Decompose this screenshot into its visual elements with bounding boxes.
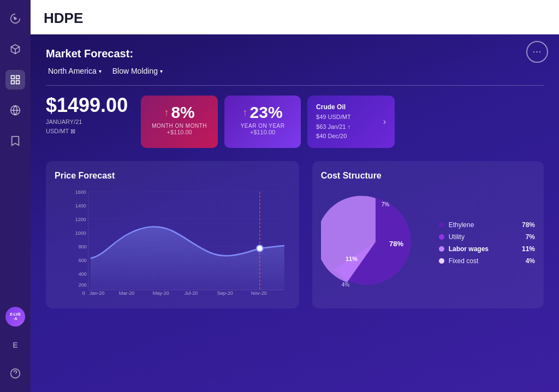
svg-text:1400: 1400 bbox=[75, 203, 86, 209]
crude-jan-price: $63 Jan/21 ↑ bbox=[316, 122, 351, 132]
svg-text:1000: 1000 bbox=[75, 230, 86, 236]
legend-dot-ethylene bbox=[439, 222, 444, 228]
yoy-change: +$110.00 bbox=[235, 129, 290, 135]
content-area: ··· Market Forecast: North America ▾ Blo… bbox=[31, 34, 559, 392]
cost-structure-panel: Cost Structure bbox=[312, 161, 544, 308]
svg-text:Jul-20: Jul-20 bbox=[185, 290, 198, 296]
sidebar-item-bookmark[interactable] bbox=[5, 131, 25, 151]
region-filter[interactable]: North America ▾ bbox=[46, 66, 104, 76]
sidebar-item-grid[interactable] bbox=[5, 70, 25, 90]
app-logo: E·LVE·A bbox=[5, 307, 25, 326]
yoy-label: YEAR ON YEAR bbox=[235, 123, 290, 129]
main-content: HDPE ··· Market Forecast: North America … bbox=[31, 0, 559, 392]
svg-text:400: 400 bbox=[79, 271, 87, 277]
svg-rect-4 bbox=[16, 81, 20, 84]
crude-oil-card[interactable]: Crude Oil $49 USD/MT $63 Jan/21 ↑ $40 De… bbox=[307, 96, 395, 148]
pie-legend: Ethylene 78% Utility 7% Labor wages 11% bbox=[439, 221, 535, 265]
pie-content: 78% 11% 7% 4% Ethylene 78% bbox=[321, 187, 535, 299]
sidebar-item-gauge[interactable] bbox=[5, 9, 25, 28]
sidebar-item-globe[interactable] bbox=[5, 100, 25, 120]
legend-dot-fixed bbox=[439, 258, 444, 264]
price-main: $1499.00 JANUARY/21 USD/MT ⊠ bbox=[46, 96, 128, 135]
application-filter[interactable]: Blow Molding ▾ bbox=[110, 66, 165, 76]
sidebar-item-cube[interactable] bbox=[5, 39, 25, 59]
chevron-right-icon: › bbox=[383, 117, 386, 127]
svg-rect-3 bbox=[11, 81, 15, 84]
chevron-down-icon: ▾ bbox=[99, 68, 102, 74]
svg-text:200: 200 bbox=[79, 282, 87, 288]
svg-text:7%: 7% bbox=[381, 201, 389, 207]
crude-current-price: $49 USD/MT bbox=[316, 112, 351, 122]
sidebar: E·LVE·A E bbox=[0, 0, 31, 392]
up-arrow-icon: ↑ bbox=[243, 107, 248, 118]
legend-fixed: Fixed cost 4% bbox=[439, 257, 535, 265]
sidebar-item-help[interactable] bbox=[5, 364, 25, 383]
svg-text:600: 600 bbox=[79, 258, 87, 263]
svg-rect-1 bbox=[11, 76, 15, 79]
svg-text:78%: 78% bbox=[389, 240, 403, 248]
svg-text:Sep-20: Sep-20 bbox=[217, 290, 233, 296]
mom-change: +$110.00 bbox=[152, 129, 207, 135]
mom-label: MONTH ON MONTH bbox=[152, 123, 207, 129]
filter-row: North America ▾ Blow Molding ▾ bbox=[46, 66, 544, 76]
legend-dot-utility bbox=[439, 234, 444, 240]
svg-text:Jan-20: Jan-20 bbox=[90, 290, 105, 296]
up-arrow-icon: ↑ bbox=[164, 107, 169, 118]
section-divider bbox=[46, 85, 544, 86]
legend-ethylene: Ethylene 78% bbox=[439, 221, 535, 229]
svg-text:1600: 1600 bbox=[75, 189, 86, 195]
chevron-down-icon: ▾ bbox=[160, 68, 163, 74]
svg-text:Nov-20: Nov-20 bbox=[251, 290, 267, 296]
price-display: $1499.00 JANUARY/21 USD/MT ⊠ ↑ 8% MONTH … bbox=[46, 96, 544, 148]
price-forecast-panel: Price Forecast 1600 1400 1200 1000 800 6… bbox=[46, 161, 299, 308]
metric-cards: ↑ 8% MONTH ON MONTH +$110.00 ↑ 23% YEAR … bbox=[141, 96, 395, 148]
svg-rect-2 bbox=[16, 76, 20, 79]
more-button[interactable]: ··· bbox=[526, 41, 548, 63]
svg-text:1200: 1200 bbox=[75, 217, 86, 222]
svg-text:Mar-20: Mar-20 bbox=[119, 290, 135, 296]
price-forecast-chart: 1600 1400 1200 1000 800 600 400 200 0 Ja… bbox=[55, 187, 290, 296]
price-value: $1499.00 bbox=[46, 96, 128, 115]
yoy-card: ↑ 23% YEAR ON YEAR +$110.00 bbox=[224, 96, 301, 148]
svg-text:11%: 11% bbox=[346, 256, 358, 262]
svg-text:800: 800 bbox=[79, 244, 87, 250]
legend-labor: Labor wages 11% bbox=[439, 245, 535, 253]
legend-utility: Utility 7% bbox=[439, 233, 535, 241]
svg-text:0: 0 bbox=[82, 290, 85, 296]
legend-dot-labor bbox=[439, 246, 444, 252]
mom-card: ↑ 8% MONTH ON MONTH +$110.00 bbox=[141, 96, 218, 148]
crude-dec-price: $40 Dec/20 bbox=[316, 132, 351, 141]
price-forecast-title: Price Forecast bbox=[55, 171, 290, 181]
mom-percent: ↑ 8% bbox=[152, 103, 207, 122]
svg-text:4%: 4% bbox=[341, 282, 349, 288]
sidebar-item-e[interactable]: E bbox=[5, 335, 25, 355]
page-header: HDPE bbox=[31, 0, 559, 34]
bottom-section: Price Forecast 1600 1400 1200 1000 800 6… bbox=[46, 161, 544, 308]
svg-point-29 bbox=[257, 245, 263, 252]
pie-chart: 78% 11% 7% 4% bbox=[321, 187, 430, 299]
cost-structure-title: Cost Structure bbox=[321, 171, 535, 181]
svg-text:May-20: May-20 bbox=[153, 290, 169, 296]
market-forecast-title: Market Forecast: bbox=[46, 47, 544, 60]
yoy-percent: ↑ 23% bbox=[235, 103, 290, 122]
crude-title: Crude Oil bbox=[316, 102, 351, 112]
price-date: JANUARY/21 USD/MT ⊠ bbox=[46, 117, 128, 135]
page-title: HDPE bbox=[44, 10, 546, 27]
